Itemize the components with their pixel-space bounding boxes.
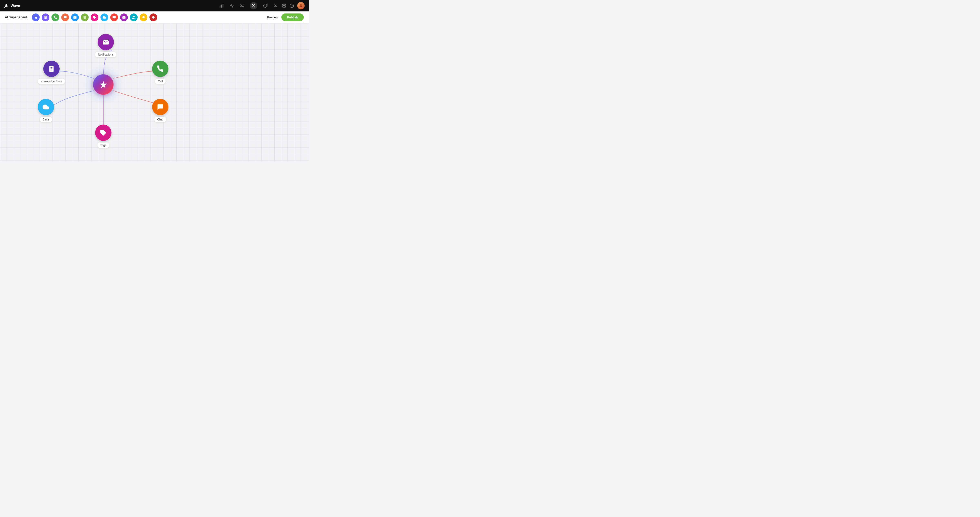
settings-icon[interactable]	[282, 3, 286, 8]
publish-button[interactable]: Publish	[282, 13, 304, 21]
refresh-icon[interactable]	[263, 3, 267, 8]
page-title: AI Super Agent	[5, 16, 27, 19]
case-label: Case	[40, 117, 52, 122]
chat-tool-icon[interactable]	[61, 13, 69, 21]
connections-svg	[0, 23, 309, 162]
preview-button[interactable]: Preview	[267, 16, 278, 19]
mail-tool-icon[interactable]	[120, 13, 128, 21]
svg-line-12	[254, 6, 255, 7]
svg-point-27	[132, 16, 134, 17]
notifications-label: Notifications	[95, 52, 116, 57]
toolbar-icons-group	[32, 13, 267, 21]
logo-icon	[4, 3, 9, 8]
svg-line-9	[253, 5, 253, 5]
toolbar: AI Super Agent	[0, 11, 309, 23]
call-label: Call	[155, 79, 165, 84]
svg-point-5	[252, 4, 253, 5]
svg-rect-2	[223, 4, 224, 8]
call-node[interactable]: Call	[152, 60, 169, 84]
nav-right-group	[282, 2, 305, 10]
nav-icons-group	[219, 2, 278, 10]
svg-point-8	[255, 6, 255, 7]
person-icon[interactable]	[273, 3, 278, 8]
share-tool-icon[interactable]	[32, 13, 40, 21]
case-node[interactable]: Case	[38, 99, 54, 122]
svg-point-14	[283, 5, 285, 6]
team-tool-icon[interactable]	[130, 13, 138, 21]
svg-point-3	[241, 4, 242, 5]
email-tool-icon[interactable]	[71, 13, 79, 21]
tags-node[interactable]: Tags	[95, 124, 111, 148]
call-tool-icon[interactable]	[51, 13, 59, 21]
app-name: Wave	[11, 4, 20, 8]
canvas[interactable]: Notifications Knowledge Base Call Case C…	[0, 23, 309, 162]
svg-line-11	[253, 6, 253, 7]
svg-point-17	[300, 4, 302, 6]
notifications-node[interactable]: Notifications	[95, 34, 116, 57]
svg-line-10	[254, 5, 255, 5]
users-icon[interactable]	[240, 3, 244, 8]
svg-point-13	[275, 4, 276, 5]
screen-tool-icon[interactable]	[110, 13, 118, 21]
flow-tool-icon[interactable]	[81, 13, 89, 21]
bar-chart-icon[interactable]	[219, 3, 224, 8]
knowledge-base-node[interactable]: Knowledge Base	[38, 60, 65, 84]
svg-point-33	[101, 131, 102, 132]
nodes-icon[interactable]	[250, 2, 257, 10]
tag-tool-icon[interactable]	[91, 13, 99, 21]
cloud-tool-icon[interactable]	[100, 13, 108, 21]
svg-point-28	[152, 16, 154, 19]
chat-node[interactable]: Chat	[152, 99, 169, 122]
help-icon[interactable]	[290, 3, 294, 8]
tags-label: Tags	[97, 143, 109, 148]
svg-rect-18	[44, 16, 46, 19]
svg-point-6	[255, 4, 255, 5]
chat-label: Chat	[154, 117, 166, 122]
svg-rect-0	[220, 5, 221, 8]
record-tool-icon[interactable]	[150, 13, 157, 21]
svg-rect-1	[221, 5, 222, 8]
bell-tool-icon[interactable]	[140, 13, 147, 21]
top-navigation: Wave	[0, 0, 309, 11]
document-tool-icon[interactable]	[41, 13, 49, 21]
avatar[interactable]	[297, 2, 305, 10]
app-logo[interactable]: Wave	[4, 3, 20, 8]
svg-point-7	[252, 6, 253, 7]
activity-icon[interactable]	[229, 3, 234, 8]
center-node[interactable]	[93, 74, 113, 95]
toolbar-actions: Preview Publish	[267, 13, 304, 21]
svg-rect-24	[113, 16, 116, 18]
knowledge-base-label: Knowledge Base	[38, 79, 65, 84]
